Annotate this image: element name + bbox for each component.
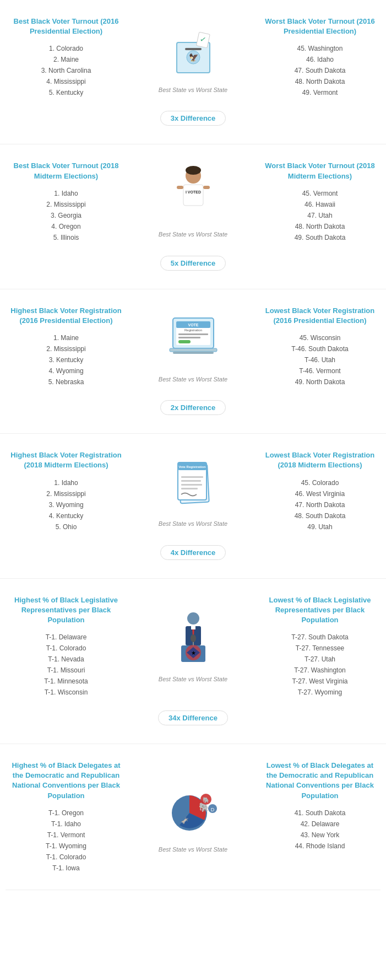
right-col-legislative-rep: Lowest % of Black Legislative Representa… [259, 590, 380, 704]
left-col-delegates: Highest % of Black Delegates at the Demo… [6, 755, 127, 879]
list-item: 43. New York [262, 830, 378, 841]
list-item: 47. Utah [262, 210, 378, 221]
svg-text:🦅: 🦅 [188, 53, 198, 62]
left-list-voter-turnout-2016: 1. Colorado2. Maine3. North Carolina4. M… [8, 43, 124, 98]
list-item: T-1. Colorado [8, 643, 124, 654]
svg-rect-1 [185, 48, 202, 50]
list-item: T-1. Nevada [8, 654, 124, 665]
diff-row-legislative-rep: 34x Difference [0, 703, 386, 744]
svg-text:VOTE: VOTE [188, 323, 198, 327]
list-item: 48. North Dakota [262, 76, 378, 87]
list-item: 3. Wyoming [8, 499, 124, 510]
right-title-voter-turnout-2018: Worst Black Voter Turnout (2018 Midterm … [262, 161, 378, 181]
difference-badge-voter-reg-2016: 2x Difference [160, 400, 226, 415]
list-item: T-1. Wyoming [8, 841, 124, 852]
list-item: 5. Kentucky [8, 87, 124, 98]
voted-person-icon: I VOTED [171, 165, 215, 225]
left-title-voter-turnout-2018: Best Black Voter Turnout (2018 Midterm E… [8, 161, 124, 181]
difference-badge-legislative-rep: 34x Difference [158, 710, 228, 725]
ballot-icon: 🦅 ✓ [171, 23, 215, 78]
left-title-voter-reg-2018: Highest Black Voter Registration (2018 M… [8, 450, 124, 470]
svg-rect-7 [183, 185, 203, 206]
left-list-voter-reg-2016: 1. Maine2. Mississippi3. Kentucky4. Wyom… [8, 332, 124, 387]
icon-container-delegates: 🐘 🫏 🐘 D [166, 780, 221, 841]
list-item: 3. Georgia [8, 210, 124, 221]
diff-row-voter-reg-2016: 2x Difference [0, 393, 386, 434]
list-item: 41. South Dakota [262, 807, 378, 819]
list-item: T-27. West Virginia [262, 676, 378, 687]
difference-badge-voter-turnout-2018: 5x Difference [160, 256, 226, 271]
section-voter-reg-2016: Highest Black Voter Registration (2016 P… [0, 289, 386, 393]
list-item: 46. West Virginia [262, 488, 378, 499]
center-label-voter-reg-2016: Best State vs Worst State [159, 375, 227, 384]
difference-badge-voter-reg-2018: 4x Difference [160, 545, 226, 560]
list-item: 5. Ohio [8, 521, 124, 532]
list-item: 48. North Dakota [262, 221, 378, 232]
list-item: 49. Utah [262, 521, 378, 532]
list-item: T-27. South Dakota [262, 632, 378, 643]
laptop-icon: VOTE Registration [168, 313, 218, 368]
list-item: 2. Mississippi [8, 199, 124, 210]
svg-text:D: D [210, 807, 214, 812]
right-list-voter-turnout-2018: 45. Vermont46. Hawaii47. Utah48. North D… [262, 188, 378, 243]
list-item: 47. South Dakota [262, 65, 378, 76]
svg-text:Vote Registration: Vote Registration [178, 465, 206, 469]
list-item: 1. Idaho [8, 188, 124, 199]
list-item: 4. Wyoming [8, 365, 124, 376]
left-list-voter-reg-2018: 1. Idaho2. Mississippi3. Wyoming4. Kentu… [8, 477, 124, 532]
right-title-voter-turnout-2016: Worst Black Voter Turnout (2016 Presiden… [262, 17, 378, 36]
list-item: 46. Hawaii [262, 199, 378, 210]
icon-container-voter-reg-2016: VOTE Registration [166, 310, 221, 370]
list-item: 46. Idaho [262, 54, 378, 65]
center-col-voter-reg-2018: Vote Registration Application Best State… [127, 445, 259, 537]
svg-rect-10 [203, 186, 210, 189]
left-title-legislative-rep: Highest % of Black Legislative Represent… [8, 595, 124, 626]
icon-container-voter-turnout-2016: 🦅 ✓ [166, 20, 221, 81]
right-col-voter-reg-2018: Lowest Black Voter Registration (2018 Mi… [259, 445, 380, 537]
right-col-voter-turnout-2016: Worst Black Voter Turnout (2016 Presiden… [259, 11, 380, 104]
list-item: 2. Mississippi [8, 343, 124, 354]
right-list-voter-turnout-2016: 45. Washington46. Idaho47. South Dakota4… [262, 43, 378, 98]
svg-point-11 [186, 166, 201, 175]
list-item: T-1. Oregon [8, 807, 124, 819]
svg-point-40 [191, 634, 196, 642]
list-item: 45. Wisconsin [262, 332, 378, 343]
svg-text:★: ★ [191, 650, 195, 656]
left-list-delegates: T-1. OregonT-1. IdahoT-1. VermontT-1. Wy… [8, 807, 124, 874]
left-list-voter-turnout-2018: 1. Idaho2. Mississippi3. Georgia4. Orego… [8, 188, 124, 243]
list-item: T-27. Tennessee [262, 643, 378, 654]
section-delegates: Highest % of Black Delegates at the Demo… [0, 744, 386, 879]
center-col-voter-reg-2016: VOTE Registration Best State vs Worst St… [127, 300, 259, 393]
section-legislative-rep: Highest % of Black Legislative Represent… [0, 579, 386, 704]
svg-rect-18 [178, 337, 200, 338]
left-col-voter-turnout-2018: Best Black Voter Turnout (2018 Midterm E… [6, 155, 127, 248]
list-item: 5. Illinois [8, 232, 124, 243]
list-item: 48. South Dakota [262, 510, 378, 521]
list-item: 49. Vermont [262, 87, 378, 98]
svg-rect-17 [178, 333, 208, 335]
right-col-voter-turnout-2018: Worst Black Voter Turnout (2018 Midterm … [259, 155, 380, 248]
section-voter-turnout-2016: Best Black Voter Turnout (2016 President… [0, 0, 386, 104]
svg-rect-19 [178, 340, 191, 343]
list-item: 4. Oregon [8, 221, 124, 232]
list-item: 4. Kentucky [8, 510, 124, 521]
difference-badge-voter-turnout-2016: 3x Difference [160, 111, 226, 126]
diff-row-voter-reg-2018: 4x Difference [0, 538, 386, 579]
list-item: 49. South Dakota [262, 232, 378, 243]
list-item: 49. North Dakota [262, 376, 378, 387]
pie-icon: 🐘 🫏 🐘 D [168, 785, 218, 835]
svg-rect-9 [177, 186, 183, 189]
left-title-voter-reg-2016: Highest Black Voter Registration (2016 P… [8, 306, 124, 326]
svg-rect-30 [181, 488, 198, 489]
center-label-legislative-rep: Best State vs Worst State [159, 675, 227, 684]
right-list-voter-reg-2016: 45. WisconsinT-46. South DakotaT-46. Uta… [262, 332, 378, 387]
list-item: 45. Vermont [262, 188, 378, 199]
left-title-delegates: Highest % of Black Delegates at the Demo… [8, 761, 124, 801]
right-title-voter-reg-2018: Lowest Black Voter Registration (2018 Mi… [262, 450, 378, 470]
list-item: T-1. Delaware [8, 632, 124, 643]
svg-rect-34 [191, 626, 195, 629]
svg-text:Application: Application [184, 470, 200, 473]
form-icon: Vote Registration Application [171, 457, 215, 512]
left-list-legislative-rep: T-1. DelawareT-1. ColoradoT-1. NevadaT-1… [8, 632, 124, 698]
diff-row-voter-turnout-2018: 5x Difference [0, 249, 386, 289]
